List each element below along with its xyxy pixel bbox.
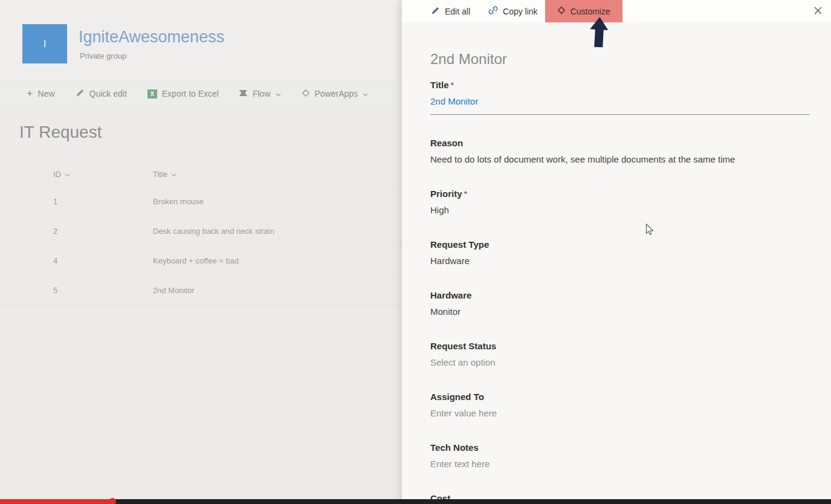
field-label: Tech Notes bbox=[430, 442, 810, 454]
new-button[interactable]: + New bbox=[27, 88, 55, 99]
field-value: Select an option bbox=[430, 357, 810, 369]
edit-all-label: Edit all bbox=[445, 7, 470, 16]
field-label: Request Type bbox=[430, 239, 810, 251]
sharepoint-window: I IgniteAwesomeness Private group + New … bbox=[0, 0, 831, 504]
field-value: Enter text here bbox=[430, 458, 810, 470]
cell-id: 1 bbox=[53, 197, 57, 206]
cell-title[interactable]: Keyboard + coffee = bad bbox=[153, 256, 239, 265]
group-logo-tile[interactable]: I bbox=[22, 24, 67, 63]
chevron-down-icon bbox=[171, 170, 176, 179]
field-priority: Priority* High bbox=[430, 188, 810, 216]
item-list-table: ID Title 1 Broken mouse 2 Desk ca bbox=[0, 164, 402, 305]
copy-link-button[interactable]: Copy link bbox=[488, 5, 538, 17]
mouse-cursor bbox=[645, 224, 654, 237]
chevron-down-icon bbox=[276, 89, 281, 99]
field-title: Title* 2nd Monitor bbox=[430, 79, 810, 115]
table-row[interactable]: 1 Broken mouse bbox=[0, 186, 402, 216]
field-reason: Reason Need to do lots of document work,… bbox=[430, 137, 810, 166]
close-icon bbox=[814, 7, 822, 16]
panel-command-bar: Edit all Copy link Customize bbox=[402, 0, 831, 22]
chevron-down-icon bbox=[363, 89, 368, 99]
close-button[interactable] bbox=[808, 0, 827, 22]
column-header-id-label: ID bbox=[53, 170, 61, 179]
powerapps-button[interactable]: PowerApps bbox=[302, 89, 369, 99]
new-button-label: New bbox=[38, 89, 55, 99]
flow-icon bbox=[239, 89, 248, 99]
field-label: Title* bbox=[430, 79, 810, 91]
excel-icon: X bbox=[147, 89, 157, 99]
table-row[interactable]: 5 2nd Monitor bbox=[0, 275, 402, 305]
table-row[interactable]: 4 Keyboard + coffee = bad bbox=[0, 245, 402, 275]
cell-title[interactable]: 2nd Monitor bbox=[153, 286, 195, 295]
powerapps-label: PowerApps bbox=[315, 89, 358, 99]
field-assigned-to: Assigned To Enter value here bbox=[430, 391, 810, 419]
quick-edit-label: Quick edit bbox=[89, 89, 127, 99]
field-label: Request Status bbox=[430, 340, 810, 352]
column-header-id[interactable]: ID bbox=[53, 170, 70, 179]
flow-label: Flow bbox=[253, 89, 271, 99]
field-label: Reason bbox=[430, 137, 810, 149]
powerapps-icon bbox=[302, 89, 310, 99]
field-value: Monitor bbox=[430, 306, 810, 318]
pencil-icon bbox=[431, 6, 440, 17]
export-to-excel-label: Export to Excel bbox=[162, 89, 219, 99]
field-hardware: Hardware Monitor bbox=[430, 289, 810, 318]
field-value: High bbox=[430, 204, 810, 216]
plus-icon: + bbox=[27, 88, 33, 99]
required-asterisk: * bbox=[464, 189, 468, 199]
customize-label: Customize bbox=[571, 7, 610, 16]
edit-all-button[interactable]: Edit all bbox=[431, 6, 470, 17]
list-command-bar: + New Quick edit X Export to Excel Flow bbox=[0, 82, 402, 105]
field-value[interactable]: 2nd Monitor bbox=[430, 95, 810, 108]
group-privacy-label: Private group bbox=[80, 51, 126, 60]
pencil-icon bbox=[76, 88, 85, 99]
customize-button[interactable]: Customize bbox=[545, 0, 622, 22]
column-header-title[interactable]: Title bbox=[153, 170, 176, 179]
field-tech-notes: Tech Notes Enter text here bbox=[430, 442, 810, 470]
item-fields: Title* 2nd Monitor Reason Need to do lot… bbox=[430, 79, 810, 504]
table-row[interactable]: 2 Desk causing back and neck strain bbox=[0, 216, 402, 245]
group-tile-letter: I bbox=[44, 38, 47, 50]
field-value: Enter value here bbox=[430, 407, 810, 419]
table-header-row: ID Title bbox=[0, 164, 402, 186]
video-progress-handle[interactable] bbox=[109, 498, 116, 504]
field-divider bbox=[430, 114, 810, 115]
list-page: I IgniteAwesomeness Private group + New … bbox=[0, 0, 402, 504]
quick-edit-button[interactable]: Quick edit bbox=[76, 88, 127, 99]
field-value: Need to do lots of document work, see mu… bbox=[430, 153, 810, 166]
detail-panel: Edit all Copy link Customize bbox=[402, 0, 831, 504]
cell-title[interactable]: Broken mouse bbox=[153, 197, 204, 206]
copy-link-label: Copy link bbox=[503, 7, 538, 16]
field-request-type: Request Type Hardware bbox=[430, 239, 810, 267]
required-asterisk: * bbox=[451, 80, 454, 90]
cell-title[interactable]: Desk causing back and neck strain bbox=[153, 227, 274, 236]
flow-button[interactable]: Flow bbox=[239, 89, 281, 99]
annotation-arrow-icon bbox=[588, 17, 610, 51]
cell-id: 2 bbox=[53, 227, 57, 236]
export-to-excel-button[interactable]: X Export to Excel bbox=[147, 89, 219, 99]
column-header-title-label: Title bbox=[153, 170, 167, 179]
group-title[interactable]: IgniteAwesomeness bbox=[79, 28, 224, 47]
field-label: Priority* bbox=[430, 188, 810, 200]
list-title: IT Request bbox=[19, 123, 102, 142]
powerapps-icon bbox=[557, 6, 566, 16]
field-request-status: Request Status Select an option bbox=[430, 340, 810, 369]
field-value: Hardware bbox=[430, 255, 810, 267]
field-label: Hardware bbox=[430, 289, 810, 302]
item-title: 2nd Monitor bbox=[430, 51, 507, 68]
video-progress-bar[interactable] bbox=[0, 499, 831, 504]
video-progress-played bbox=[0, 499, 112, 504]
cell-id: 5 bbox=[53, 286, 57, 295]
cell-id: 4 bbox=[53, 256, 57, 265]
field-label: Assigned To bbox=[430, 391, 810, 403]
chevron-down-icon bbox=[65, 170, 70, 179]
link-icon bbox=[488, 5, 498, 17]
